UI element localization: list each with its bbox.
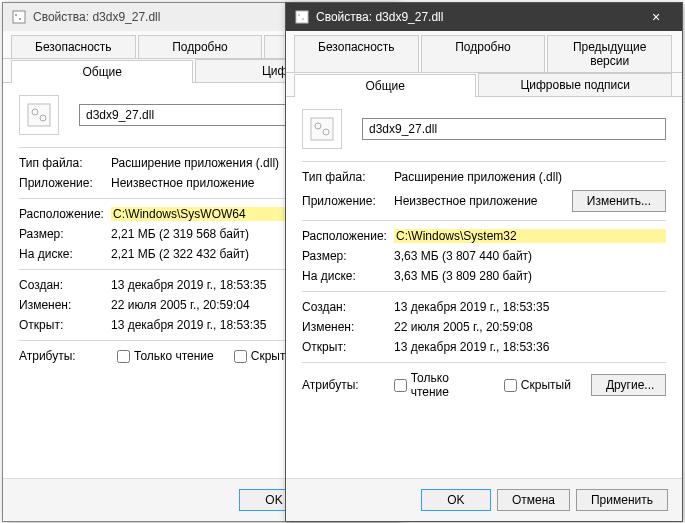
- file-icon: [294, 9, 310, 25]
- titlebar[interactable]: Свойства: d3dx9_27.dll ×: [286, 3, 682, 31]
- value-app: Неизвестное приложение: [394, 194, 564, 208]
- value-size: 3,63 МБ (3 807 440 байт): [394, 249, 666, 263]
- label-app: Приложение:: [19, 176, 111, 190]
- tab-previous[interactable]: Предыдущие версии: [547, 35, 672, 72]
- tab-security[interactable]: Безопасность: [11, 35, 136, 58]
- checkbox-hidden[interactable]: Скрытый: [504, 378, 571, 392]
- label-created: Создан:: [19, 278, 111, 292]
- ok-button[interactable]: OK: [421, 489, 491, 511]
- svg-point-2: [19, 18, 21, 20]
- dll-icon: [302, 109, 342, 149]
- label-accessed: Открыт:: [302, 340, 394, 354]
- divider: [302, 362, 666, 363]
- tab-security[interactable]: Безопасность: [294, 35, 419, 72]
- label-modified: Изменен:: [19, 298, 111, 312]
- file-icon: [11, 9, 27, 25]
- checkbox-readonly[interactable]: Только чтение: [394, 371, 484, 399]
- change-button[interactable]: Изменить...: [572, 190, 666, 212]
- divider: [302, 161, 666, 162]
- checkbox-readonly[interactable]: Только чтение: [117, 349, 214, 363]
- label-attributes: Атрибуты:: [19, 349, 111, 363]
- other-button[interactable]: Другие...: [591, 374, 666, 396]
- label-filetype: Тип файла:: [302, 170, 394, 184]
- svg-point-7: [298, 14, 300, 16]
- close-icon[interactable]: ×: [636, 3, 676, 31]
- label-accessed: Открыт:: [19, 318, 111, 332]
- value-ondisk: 3,63 МБ (3 809 280 байт): [394, 269, 666, 283]
- divider: [302, 291, 666, 292]
- value-location: C:\Windows\System32: [394, 229, 666, 243]
- value-modified: 22 июля 2005 г., 20:59:08: [394, 320, 666, 334]
- cancel-button[interactable]: Отмена: [497, 489, 570, 511]
- label-location: Расположение:: [19, 207, 111, 221]
- label-location: Расположение:: [302, 229, 394, 243]
- svg-rect-6: [296, 11, 308, 23]
- value-created: 13 декабря 2019 г., 18:53:35: [394, 300, 666, 314]
- tab-row-bottom: Общие Цифровые подписи: [286, 73, 682, 97]
- tab-row-top: Безопасность Подробно Предыдущие версии: [286, 31, 682, 73]
- tab-general[interactable]: Общие: [294, 74, 476, 97]
- content-panel: Тип файла:Расширение приложения (.dll) П…: [286, 97, 682, 417]
- tab-details[interactable]: Подробно: [421, 35, 546, 72]
- svg-rect-3: [28, 104, 50, 126]
- dll-icon: [19, 95, 59, 135]
- divider: [302, 220, 666, 221]
- svg-rect-9: [311, 118, 333, 140]
- value-filetype: Расширение приложения (.dll): [394, 170, 666, 184]
- value-accessed: 13 декабря 2019 г., 18:53:36: [394, 340, 666, 354]
- label-size: Размер:: [302, 249, 394, 263]
- filename-input[interactable]: [362, 118, 666, 140]
- tab-general[interactable]: Общие: [11, 60, 193, 83]
- dialog-footer: OK Отмена Применить: [286, 478, 682, 521]
- tab-signatures[interactable]: Цифровые подписи: [478, 73, 672, 96]
- tab-details[interactable]: Подробно: [138, 35, 263, 58]
- label-created: Создан:: [302, 300, 394, 314]
- label-ondisk: На диске:: [19, 247, 111, 261]
- label-attributes: Атрибуты:: [302, 378, 388, 392]
- properties-window-front: Свойства: d3dx9_27.dll × Безопасность По…: [285, 2, 683, 522]
- svg-point-8: [302, 18, 304, 20]
- window-title: Свойства: d3dx9_27.dll: [316, 10, 636, 24]
- svg-rect-0: [13, 11, 25, 23]
- label-filetype: Тип файла:: [19, 156, 111, 170]
- label-ondisk: На диске:: [302, 269, 394, 283]
- label-modified: Изменен:: [302, 320, 394, 334]
- svg-point-1: [15, 14, 17, 16]
- label-size: Размер:: [19, 227, 111, 241]
- apply-button[interactable]: Применить: [576, 489, 668, 511]
- label-app: Приложение:: [302, 194, 394, 208]
